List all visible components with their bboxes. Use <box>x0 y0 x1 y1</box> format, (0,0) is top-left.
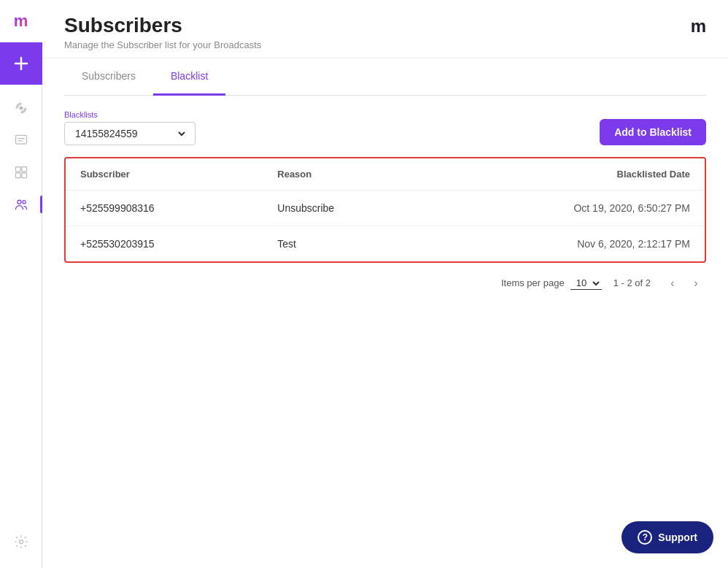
grid-icon <box>14 165 28 180</box>
blacklists-select[interactable]: 14155824559 <box>72 127 187 140</box>
svg-point-11 <box>23 201 26 204</box>
table-header-row: Subscriber Reason Blacklisted Date <box>66 158 705 191</box>
col-blacklisted-date: Blacklisted Date <box>427 158 705 191</box>
cell-reason: Unsubscribe <box>263 190 427 226</box>
add-to-blacklist-button[interactable]: Add to Blacklist <box>600 119 706 145</box>
cell-blacklisted-date: Oct 19, 2020, 6:50:27 PM <box>427 190 705 226</box>
gear-icon <box>14 534 28 549</box>
support-icon: ? <box>638 530 652 545</box>
svg-rect-8 <box>15 173 20 178</box>
cell-reason: Test <box>263 226 427 261</box>
svg-rect-9 <box>21 173 26 178</box>
blacklist-table-container: Subscriber Reason Blacklisted Date +5255… <box>64 157 706 263</box>
table-row: +525530203915 Test Nov 6, 2020, 2:12:17 … <box>66 226 705 261</box>
table-row: +525599908316 Unsubscribe Oct 19, 2020, … <box>66 190 705 226</box>
sidebar-item-broadcast[interactable] <box>7 93 36 123</box>
header: Subscribers Manage the Subscriber list f… <box>42 0 728 58</box>
support-label: Support <box>658 531 697 543</box>
svg-rect-3 <box>15 135 26 144</box>
plus-icon <box>13 55 29 72</box>
svg-point-12 <box>19 540 23 544</box>
blacklists-select-control[interactable]: 14155824559 <box>64 122 195 145</box>
header-logo: m <box>691 16 706 37</box>
sidebar-nav <box>7 85 36 527</box>
sidebar-item-grid[interactable] <box>7 158 36 187</box>
main-content: Subscribers Manage the Subscriber list f… <box>42 0 728 568</box>
sidebar-item-messages[interactable] <box>7 126 36 155</box>
page-title: Subscribers <box>64 13 261 38</box>
pagination-next-button[interactable]: › <box>686 273 706 293</box>
sidebar: m <box>0 0 42 568</box>
svg-point-10 <box>18 200 21 204</box>
header-left: Subscribers Manage the Subscriber list f… <box>64 13 261 50</box>
cell-subscriber: +525599908316 <box>66 190 263 226</box>
tabs: Subscribers Blacklist <box>64 58 706 96</box>
logo-icon: m <box>14 12 28 31</box>
blacklists-select-wrapper: Blacklists 14155824559 <box>64 110 195 145</box>
pagination: Items per page 10 5 25 50 1 - 2 of 2 ‹ › <box>64 263 706 293</box>
table-body: +525599908316 Unsubscribe Oct 19, 2020, … <box>66 190 705 261</box>
svg-rect-6 <box>15 167 20 172</box>
col-reason: Reason <box>263 158 427 191</box>
tab-blacklist[interactable]: Blacklist <box>153 58 225 96</box>
blacklist-table: Subscriber Reason Blacklisted Date +5255… <box>66 158 705 261</box>
table-header: Subscriber Reason Blacklisted Date <box>66 158 705 191</box>
sidebar-bottom <box>7 527 36 568</box>
pagination-nav: ‹ › <box>662 273 706 293</box>
pagination-range: 1 - 2 of 2 <box>613 277 651 288</box>
cell-subscriber: +525530203915 <box>66 226 263 261</box>
pagination-prev-button[interactable]: ‹ <box>662 273 683 293</box>
content-area: Subscribers Blacklist Blacklists 1415582… <box>42 58 728 568</box>
items-per-page-select[interactable]: 10 5 25 50 <box>570 277 602 290</box>
cell-blacklisted-date: Nov 6, 2020, 2:12:17 PM <box>427 226 705 261</box>
add-button[interactable] <box>0 42 42 85</box>
sidebar-item-contacts[interactable] <box>7 190 36 219</box>
blacklists-label: Blacklists <box>64 110 195 119</box>
tab-subscribers[interactable]: Subscribers <box>64 58 153 96</box>
support-button[interactable]: ? Support <box>621 521 713 553</box>
page-subtitle: Manage the Subscriber list for your Broa… <box>64 39 261 50</box>
col-subscriber: Subscriber <box>66 158 263 191</box>
pagination-items-per-page: Items per page 10 5 25 50 <box>501 277 602 290</box>
contacts-icon <box>14 197 28 212</box>
broadcast-icon <box>14 101 28 115</box>
settings-button[interactable] <box>7 527 36 556</box>
messages-icon <box>14 133 28 147</box>
svg-rect-7 <box>21 167 26 172</box>
svg-point-2 <box>19 107 23 110</box>
toolbar: Blacklists 14155824559 Add to Blacklist <box>64 110 706 145</box>
items-per-page-label: Items per page <box>501 277 565 288</box>
sidebar-logo: m <box>0 0 42 42</box>
